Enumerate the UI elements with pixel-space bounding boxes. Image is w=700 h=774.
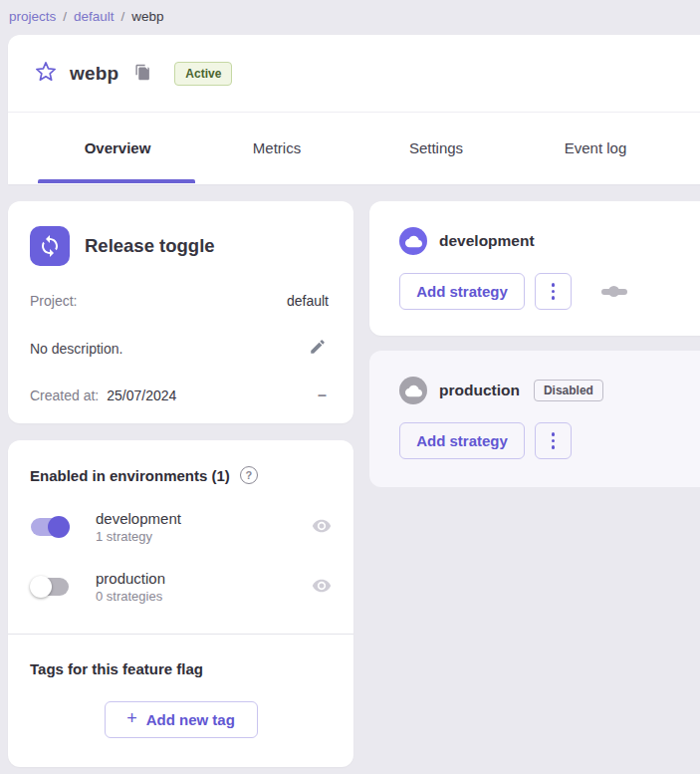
created-at-label: Created at: [30,387,99,403]
status-badge: Active [174,62,232,86]
cloud-environment-icon [399,227,427,255]
tab-settings[interactable]: Settings [356,113,516,183]
breadcrumb-separator: / [121,9,125,24]
environment-strategy-count: 0 strategies [96,589,312,604]
disabled-chip: Disabled [534,380,603,401]
production-card-header: production Disabled [399,377,700,404]
feature-type-title: Release toggle [85,235,215,257]
development-card-actions: Add strategy [399,273,700,310]
project-row: Project: default [30,292,329,310]
breadcrumb-separator: / [63,9,67,24]
tab-metrics[interactable]: Metrics [197,113,356,183]
development-card-header: development [399,227,700,255]
breadcrumb-projects[interactable]: projects [9,9,56,24]
plus-icon: + [126,708,137,729]
tags-section: Tags for this feature flag + Add new tag [8,635,353,738]
eye-icon [312,524,332,539]
add-strategy-button[interactable]: Add strategy [399,273,525,310]
loop-icon [38,234,62,258]
eye-icon [312,584,332,599]
development-environment-card: development Add strategy [369,201,700,336]
description-row: No description. [30,336,329,361]
dot [552,290,556,294]
dot [552,296,556,300]
tags-title: Tags for this feature flag [30,660,332,677]
edit-description-button[interactable] [307,336,329,361]
created-at-value: 25/07/2024 [107,387,176,403]
feature-header-card: webp Active Overview Metrics Settings Ev… [8,35,700,184]
project-label: Project: [30,293,77,309]
dot [552,283,556,287]
development-toggle[interactable] [30,516,70,538]
environments-panel-header: Enabled in environments (1) ? [8,440,353,486]
environment-row-development: development 1 strategy [8,502,353,552]
production-toggle[interactable] [30,576,70,598]
visibility-button[interactable] [312,576,332,599]
description-text: No description. [30,341,122,357]
dot [552,445,556,449]
release-toggle-icon [30,226,70,266]
breadcrumb-default[interactable]: default [74,9,115,24]
breadcrumb-current: webp [131,9,163,24]
environments-panel: Enabled in environments (1) ? developmen… [8,440,353,767]
toggle-thumb [30,576,52,598]
toggle-thumb [48,516,70,538]
tab-overview[interactable]: Overview [38,113,197,183]
tab-bar: Overview Metrics Settings Event log [8,113,700,183]
production-card-actions: Add strategy [399,422,700,459]
dot [552,439,556,443]
environment-name: development [96,510,312,527]
more-actions-button[interactable] [535,422,572,459]
pencil-icon [309,338,327,359]
environment-name: production [96,570,312,587]
release-toggle-card: Release toggle Project: default No descr… [8,201,353,423]
created-at-row: Created at: 25/07/2024 – [30,387,329,404]
cloud-environment-icon [399,377,427,404]
environment-card-name: development [439,232,535,250]
add-new-tag-label: Add new tag [146,711,235,728]
copy-icon [134,64,151,84]
environment-card-name: production [439,382,520,399]
release-toggle-header: Release toggle [30,226,329,266]
collapse-button[interactable]: – [316,388,329,402]
page: projects / default / webp webp [0,0,700,774]
add-strategy-button[interactable]: Add strategy [399,422,525,459]
feature-title-row: webp Active [8,35,700,113]
environments-panel-title: Enabled in environments (1) [30,467,230,484]
add-new-tag-button[interactable]: + Add new tag [105,701,258,738]
production-environment-card: production Disabled Add strategy [369,351,700,487]
environment-strategy-count: 1 strategy [96,529,312,544]
help-icon[interactable]: ? [240,466,258,484]
project-value: default [287,293,329,309]
collapsed-toggle-icon[interactable] [601,289,627,295]
breadcrumb: projects / default / webp [9,1,164,31]
visibility-button[interactable] [312,516,332,539]
feature-flag-title: webp [70,63,118,85]
minus-icon: – [318,390,327,400]
environment-row-production: production 0 strategies [8,562,353,612]
favorite-button[interactable] [35,63,57,85]
star-icon [35,61,57,86]
copy-name-button[interactable] [133,65,151,83]
tab-event-log[interactable]: Event log [516,113,675,183]
dot [552,432,556,436]
more-actions-button[interactable] [535,273,572,310]
